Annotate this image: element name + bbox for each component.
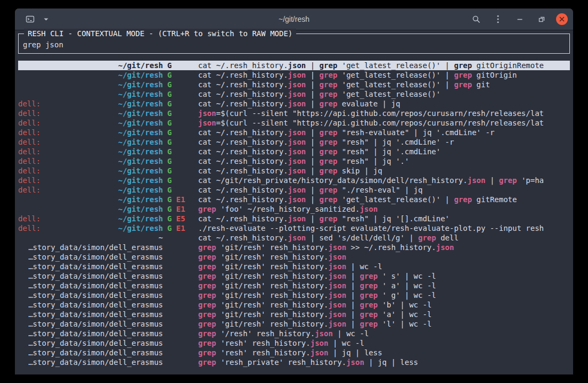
history-row[interactable]: …story_data/simon/dell_erasmusgrep 'git/… <box>18 310 570 319</box>
command-text: cat ~/.resh_history.json | sed 's/dell/d… <box>198 233 570 243</box>
flags-label: G <box>167 128 194 137</box>
history-row[interactable]: …story_data/simon/dell_erasmusgrep 'git/… <box>18 252 570 262</box>
cwd-label: ~/git/resh <box>118 195 163 204</box>
history-row[interactable]: dell:~/git/reshGcat ~/.resh_history.json… <box>18 156 570 166</box>
search-button[interactable] <box>469 12 484 27</box>
cwd-label: …story_data/simon/dell_erasmus <box>28 262 163 271</box>
restore-icon <box>538 15 545 23</box>
new-terminal-menu-button[interactable] <box>42 12 50 27</box>
cwd-label: ~/git/resh <box>118 109 163 118</box>
cwd-label: ~/git/resh <box>118 118 163 128</box>
flags-label <box>167 281 194 290</box>
cwd-label: ~ <box>159 233 163 243</box>
flags-label <box>167 310 194 319</box>
history-row[interactable]: …story_data/simon/dell_erasmusgrep 'resh… <box>18 338 570 348</box>
host-label: dell: <box>18 109 40 118</box>
history-row[interactable]: ~/git/reshG E1cat ~/.resh_history.json |… <box>18 195 570 204</box>
cwd-label: …story_data/simon/dell_erasmus <box>28 252 163 262</box>
restore-button[interactable] <box>534 12 549 27</box>
host-label: dell: <box>18 128 40 137</box>
history-row[interactable]: ~/git/reshGcat ~/.resh_history.json | gr… <box>18 61 570 70</box>
flags-label: G <box>167 166 194 176</box>
command-text: cat ~/.resh_history.json | grep "resh" |… <box>198 147 570 156</box>
flags-label: G <box>167 80 194 89</box>
cwd-label: ~/git/resh <box>118 176 163 185</box>
history-row[interactable]: …story_data/simon/dell_erasmusgrep 'git/… <box>18 243 570 252</box>
flags-label: G <box>167 89 194 99</box>
history-row[interactable]: ~cat ~/.resh_history.json | sed 's/dell/… <box>18 233 570 243</box>
history-row[interactable]: …story_data/simon/dell_erasmusgrep 'git/… <box>18 319 570 329</box>
history-list: ~/git/reshGcat ~/.resh_history.json | gr… <box>18 61 570 367</box>
command-text: grep 'foo' ~/resh_history_sanitized.json <box>198 204 570 214</box>
history-row[interactable]: ~/git/reshGcat ~/.resh_history.json | gr… <box>18 80 570 89</box>
command-text: grep 'resh' resh_history.json | wc -l <box>198 338 570 348</box>
cwd-label: ~/git/resh <box>118 204 163 214</box>
history-row[interactable]: dell:~/git/reshGcat ~/git/resh_private/h… <box>18 176 570 185</box>
history-row[interactable]: dell:~/git/reshGcat ~/.resh_history.json… <box>18 185 570 195</box>
command-text: cat ~/.resh_history.json | grep 'get_lat… <box>198 89 570 99</box>
minimize-button[interactable] <box>512 12 527 27</box>
flags-label <box>167 252 194 262</box>
history-row[interactable]: dell:~/git/reshG E1./resh-evaluate --plo… <box>18 223 570 233</box>
history-row[interactable]: …story_data/simon/dell_erasmusgrep 'git/… <box>18 271 570 281</box>
history-row[interactable]: ~/git/reshGcat ~/.resh_history.json | gr… <box>18 70 570 80</box>
host-label: dell: <box>18 166 40 176</box>
command-text: ./resh-evaluate --plotting-script evalua… <box>198 223 570 233</box>
flags-label <box>167 357 194 367</box>
menu-button[interactable] <box>491 12 505 27</box>
flags-label: G <box>167 176 194 185</box>
cwd-label: ~/git/resh <box>118 137 163 147</box>
history-row[interactable]: dell:~/git/reshGcat ~/.resh_history.json… <box>18 166 570 176</box>
history-row[interactable]: dell:~/git/reshGcat ~/.resh_history.json… <box>18 147 570 156</box>
search-query-input[interactable]: grep json <box>23 40 565 49</box>
command-text: cat ~/.resh_history.json | grep skip | j… <box>198 166 570 176</box>
flags-label: G <box>167 185 194 195</box>
history-row[interactable]: ~/git/reshGcat ~/.resh_history.json | gr… <box>18 89 570 99</box>
cwd-label: ~/git/resh <box>118 214 163 223</box>
cwd-label: ~/git/resh <box>118 99 163 109</box>
history-row[interactable]: dell:~/git/reshGcat ~/.resh_history.json… <box>18 137 570 147</box>
history-row[interactable]: …story_data/simon/dell_erasmusgrep 'resh… <box>18 348 570 357</box>
command-text: cat ~/.resh_history.json | grep "resh-ev… <box>198 128 570 137</box>
history-row[interactable]: dell:~/git/reshGcat ~/.resh_history.json… <box>18 99 570 109</box>
close-button[interactable] <box>556 13 568 25</box>
history-row[interactable]: …story_data/simon/dell_erasmusgrep 'git/… <box>18 262 570 271</box>
command-text: grep 'git/resh' resh_history.json <box>198 252 570 262</box>
history-row[interactable]: …story_data/simon/dell_erasmusgrep 'git/… <box>18 281 570 290</box>
history-row[interactable]: dell:~/git/reshGjson=$(curl --silent "ht… <box>18 109 570 118</box>
command-text: grep 'git/resh' resh_history.json | grep… <box>198 281 570 290</box>
flags-label: G E5 <box>167 214 194 223</box>
history-row[interactable]: ~/git/reshG E1grep 'foo' ~/resh_history_… <box>18 204 570 214</box>
history-row[interactable]: dell:~/git/reshGjson=$(curl --silent "ht… <box>18 118 570 128</box>
cwd-label: ~/git/resh <box>118 61 163 70</box>
search-icon <box>472 15 480 23</box>
history-row[interactable]: …story_data/simon/dell_erasmusgrep '/res… <box>18 329 570 338</box>
caret-icon <box>44 18 48 21</box>
history-row[interactable]: …story_data/simon/dell_erasmusgrep 'git/… <box>18 300 570 310</box>
command-text: cat ~/.resh_history.json | grep "resh" |… <box>198 137 570 147</box>
flags-label: G E1 <box>167 195 194 204</box>
history-row[interactable]: dell:~/git/reshGcat ~/.resh_history.json… <box>18 128 570 137</box>
history-row[interactable]: …story_data/simon/dell_erasmusgrep 'git/… <box>18 290 570 300</box>
resh-mode-title: RESH CLI - CONTEXTUAL MODE - (CTRL+R to … <box>24 29 296 38</box>
new-terminal-button[interactable] <box>22 12 37 27</box>
command-text: grep '/resh' resh_history.json | wc -l <box>198 329 570 338</box>
command-text: json=$(curl --silent "https://api.github… <box>198 118 570 128</box>
flags-label: G <box>167 70 194 80</box>
flags-label <box>167 300 194 310</box>
history-row[interactable]: …story_data/simon/dell_erasmusgrep 'resh… <box>18 357 570 367</box>
cwd-label: …story_data/simon/dell_erasmus <box>28 310 163 319</box>
flags-label: G <box>167 99 194 109</box>
flags-label: G <box>167 61 194 70</box>
command-text: cat ~/.resh_history.json | grep "resh" |… <box>198 156 570 166</box>
host-label: dell: <box>18 137 40 147</box>
history-row[interactable]: dell:~/git/reshG E5cat ~/.resh_history.j… <box>18 214 570 223</box>
screen: ~/git/resh <box>0 0 588 383</box>
cwd-label: …story_data/simon/dell_erasmus <box>28 348 163 357</box>
flags-label <box>167 262 194 271</box>
command-text: grep 'resh' resh_history.json | jq | les… <box>198 348 570 357</box>
cwd-label: ~/git/resh <box>118 166 163 176</box>
flags-label: G <box>167 109 194 118</box>
command-text: json=$(curl --silent "https://api.github… <box>198 109 570 118</box>
flags-label <box>167 338 194 348</box>
